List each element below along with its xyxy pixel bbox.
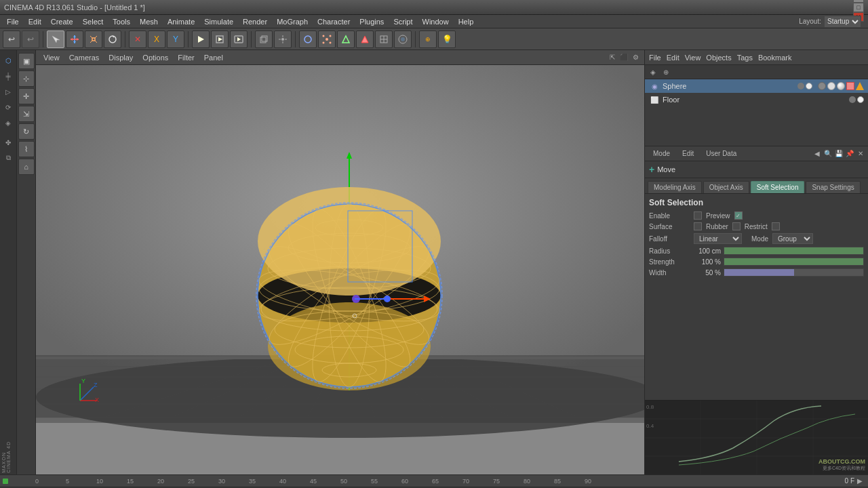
- obj-row-sphere[interactable]: ◉ Sphere: [645, 79, 868, 93]
- svg-marker-31: [361, 36, 368, 43]
- ss-strength-bar[interactable]: [724, 258, 864, 266]
- lt-scale[interactable]: ⇲: [18, 106, 35, 122]
- mode-tab-mode[interactable]: Mode: [648, 148, 675, 159]
- ss-preview-checkbox[interactable]: ✓: [734, 211, 743, 220]
- menu-mograph[interactable]: MoGraph: [273, 16, 312, 27]
- redo-button[interactable]: ↩: [22, 30, 39, 48]
- maxon-brand: MAXONCINEMA 4D: [0, 440, 12, 474]
- ss-rubber-checkbox[interactable]: [732, 222, 741, 230]
- move-tool[interactable]: [66, 30, 83, 48]
- rph-file[interactable]: File: [649, 54, 661, 62]
- mode-render[interactable]: ◈: [1, 115, 16, 130]
- scale-tool[interactable]: [85, 30, 102, 48]
- mode-tab-edit[interactable]: Edit: [677, 148, 699, 159]
- tab-snap-settings[interactable]: Snap Settings: [806, 181, 860, 193]
- no-deform-tool[interactable]: ✕: [129, 30, 146, 48]
- uv-mode[interactable]: [375, 30, 393, 48]
- tl-right-arrow[interactable]: ▶: [857, 477, 865, 485]
- lt-live-select[interactable]: ⊹: [18, 70, 35, 87]
- menu-select[interactable]: Select: [79, 16, 108, 27]
- ss-width-bar[interactable]: [724, 268, 864, 277]
- mode-objects[interactable]: ⬡: [1, 53, 16, 68]
- menu-animate[interactable]: Animate: [163, 16, 199, 27]
- select-tool[interactable]: [47, 30, 64, 48]
- ss-restrict-checkbox[interactable]: [772, 222, 780, 230]
- lt-brush[interactable]: ⌂: [18, 159, 35, 175]
- mode-animate[interactable]: ▷: [1, 84, 16, 99]
- menu-help[interactable]: Help: [454, 16, 478, 27]
- light-tool[interactable]: 💡: [438, 30, 456, 48]
- menu-file[interactable]: File: [3, 16, 23, 27]
- menu-render[interactable]: Render: [239, 16, 271, 27]
- mode-icon[interactable]: 🔍: [823, 149, 833, 159]
- mode-close[interactable]: ✕: [856, 149, 865, 159]
- obj-row-floor[interactable]: ⬜ Floor: [645, 93, 868, 106]
- enable-axis[interactable]: ⊕: [419, 30, 437, 48]
- ss-enable-checkbox[interactable]: [694, 211, 702, 220]
- rph-view[interactable]: View: [685, 54, 701, 62]
- render-to-viewer[interactable]: [230, 30, 248, 48]
- mode-save[interactable]: 💾: [834, 149, 844, 159]
- mode-pin[interactable]: 📌: [845, 149, 854, 159]
- lt-select[interactable]: ▣: [18, 53, 35, 69]
- cube-view[interactable]: [255, 30, 273, 48]
- mode-deform[interactable]: ⟳: [1, 100, 16, 115]
- rph-tags[interactable]: Tags: [737, 54, 753, 62]
- lt-rotate[interactable]: ↻: [18, 123, 35, 140]
- y-axis-tool[interactable]: Y: [167, 30, 184, 48]
- mode-sculpt[interactable]: ✤: [1, 135, 16, 150]
- mode-tab-userdata[interactable]: User Data: [701, 148, 742, 159]
- obj-panel-icon-2[interactable]: ⊕: [660, 66, 671, 77]
- layout-select[interactable]: Startup: [824, 16, 861, 28]
- vp-menu-filter[interactable]: Filter: [174, 52, 197, 63]
- obj-panel-icon-1[interactable]: ◈: [648, 66, 658, 77]
- menu-plugins[interactable]: Plugins: [355, 16, 388, 27]
- menu-window[interactable]: Window: [418, 16, 453, 27]
- menu-tools[interactable]: Tools: [108, 16, 134, 27]
- maximize-button[interactable]: □: [853, 3, 864, 12]
- vp-icon-1[interactable]: ⇱: [608, 53, 617, 62]
- lt-move[interactable]: ✛: [18, 88, 35, 104]
- rph-edit[interactable]: Edit: [667, 54, 679, 62]
- ss-falloff-select[interactable]: Linear Ease-In Ease-Out: [694, 233, 742, 244]
- menu-create[interactable]: Create: [47, 16, 77, 27]
- menu-edit[interactable]: Edit: [24, 16, 45, 27]
- vp-icon-2[interactable]: ⬛: [619, 53, 629, 62]
- sphere-col-2: [827, 82, 835, 90]
- vp-menu-options[interactable]: Options: [139, 52, 172, 63]
- lt-knife[interactable]: ⌇: [18, 141, 35, 157]
- undo-button[interactable]: ↩: [3, 30, 20, 48]
- vp-menu-cameras[interactable]: Cameras: [66, 52, 103, 63]
- render-region-button[interactable]: [211, 30, 229, 48]
- ss-mode-select[interactable]: Group Radius: [772, 233, 813, 244]
- snap-tool[interactable]: [274, 30, 292, 48]
- rph-bookmark[interactable]: Bookmark: [758, 54, 792, 62]
- x-axis-tool[interactable]: X: [148, 30, 165, 48]
- menu-script[interactable]: Script: [389, 16, 416, 27]
- mode-plugin[interactable]: ⧉: [1, 150, 16, 165]
- mode-back[interactable]: ◀: [812, 149, 822, 159]
- rotate-tool[interactable]: [104, 30, 121, 48]
- rph-objects[interactable]: Objects: [706, 54, 731, 62]
- tab-modeling-axis[interactable]: Modeling Axis: [648, 181, 702, 193]
- tab-object-axis[interactable]: Object Axis: [703, 181, 749, 193]
- render-button[interactable]: [192, 30, 210, 48]
- menu-mesh[interactable]: Mesh: [136, 16, 162, 27]
- ss-radius-fill: [724, 247, 863, 254]
- point-mode[interactable]: [318, 30, 336, 48]
- mode-structure[interactable]: ╪: [1, 68, 16, 83]
- vp-menu-panel[interactable]: Panel: [201, 52, 226, 63]
- vp-icon-3[interactable]: ⚙: [631, 53, 640, 62]
- ss-surface-checkbox[interactable]: [694, 222, 702, 230]
- vp-menu-view[interactable]: View: [40, 52, 63, 63]
- poly-mode[interactable]: [356, 30, 374, 48]
- viewport-canvas[interactable]: Perspective: [36, 65, 644, 474]
- menu-character[interactable]: Character: [313, 16, 354, 27]
- object-mode[interactable]: [299, 30, 317, 48]
- soft-select-tool[interactable]: [394, 30, 412, 48]
- menu-simulate[interactable]: Simulate: [200, 16, 237, 27]
- vp-menu-display[interactable]: Display: [105, 52, 136, 63]
- tab-soft-selection[interactable]: Soft Selection: [751, 181, 805, 193]
- edge-mode[interactable]: [337, 30, 355, 48]
- ss-radius-bar[interactable]: [724, 247, 864, 255]
